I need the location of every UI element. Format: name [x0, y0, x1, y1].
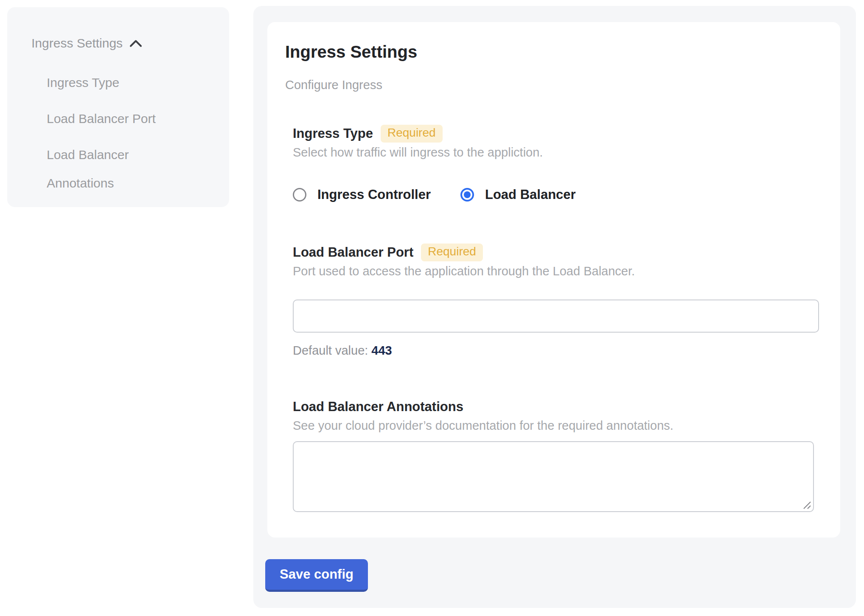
sidebar-section-toggle[interactable]: Ingress Settings: [31, 35, 142, 52]
load-balancer-annotations-textarea[interactable]: [293, 441, 814, 512]
section-load-balancer-port: Load Balancer Port Required Port used to…: [293, 244, 822, 358]
chevron-up-icon: [129, 39, 142, 48]
load-balancer-port-description: Port used to access the application thro…: [293, 264, 822, 278]
ingress-type-radio-group: Ingress Controller Load Balancer: [293, 184, 822, 205]
radio-circle-icon[interactable]: [293, 188, 306, 202]
load-balancer-annotations-description: See your cloud provider’s documentation …: [293, 418, 822, 433]
ingress-type-label: Ingress Type: [293, 126, 373, 141]
page-title: Ingress Settings: [285, 42, 417, 62]
load-balancer-annotations-label: Load Balancer Annotations: [293, 399, 463, 414]
required-badge: Required: [421, 244, 483, 261]
load-balancer-port-input[interactable]: [293, 300, 819, 333]
sidebar-section-label: Ingress Settings: [31, 35, 123, 52]
section-load-balancer-annotations: Load Balancer Annotations See your cloud…: [293, 398, 822, 512]
radio-ingress-controller[interactable]: Ingress Controller: [293, 187, 431, 202]
settings-sidebar: Ingress Settings Ingress Type Load Balan…: [7, 7, 229, 207]
save-config-button[interactable]: Save config: [265, 559, 368, 592]
ingress-type-description: Select how traffic will ingress to the a…: [293, 145, 822, 160]
radio-load-balancer-label[interactable]: Load Balancer: [485, 187, 576, 202]
default-value: 443: [371, 344, 392, 357]
default-value-label: Default value:: [293, 344, 368, 357]
ingress-settings-card: Ingress Settings Configure Ingress Ingre…: [267, 22, 840, 538]
default-value-line: Default value:443: [293, 344, 822, 358]
radio-ingress-controller-label[interactable]: Ingress Controller: [317, 187, 431, 202]
page-subtitle: Configure Ingress: [285, 78, 382, 92]
required-badge: Required: [381, 125, 443, 143]
ingress-settings-panel: Ingress Settings Configure Ingress Ingre…: [253, 6, 856, 608]
sidebar-item-ingress-type[interactable]: Ingress Type: [47, 68, 178, 97]
radio-circle-icon[interactable]: [460, 188, 474, 202]
load-balancer-port-label: Load Balancer Port: [293, 245, 413, 260]
radio-load-balancer[interactable]: Load Balancer: [460, 187, 576, 202]
sidebar-item-load-balancer-port[interactable]: Load Balancer Port: [47, 104, 178, 133]
section-ingress-type: Ingress Type Required Select how traffic…: [293, 125, 822, 205]
sidebar-item-load-balancer-annotations[interactable]: Load Balancer Annotations: [47, 140, 178, 197]
textarea-resize-handle-icon[interactable]: [802, 501, 812, 510]
